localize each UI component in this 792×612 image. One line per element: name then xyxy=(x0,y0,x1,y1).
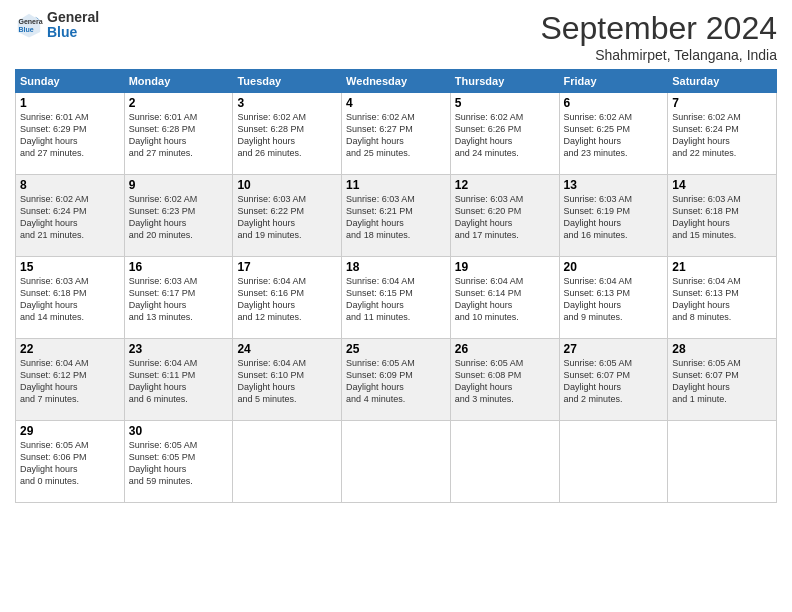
day-info: Sunrise: 6:04 AMSunset: 6:10 PMDaylight … xyxy=(237,357,337,406)
day-info: Sunrise: 6:04 AMSunset: 6:13 PMDaylight … xyxy=(564,275,664,324)
day-info: Sunrise: 6:05 AMSunset: 6:05 PMDaylight … xyxy=(129,439,229,488)
logo: General Blue General Blue xyxy=(15,10,99,41)
table-row: 2Sunrise: 6:01 AMSunset: 6:28 PMDaylight… xyxy=(124,93,233,175)
day-number: 4 xyxy=(346,96,446,110)
table-row: 13Sunrise: 6:03 AMSunset: 6:19 PMDayligh… xyxy=(559,175,668,257)
table-row: 11Sunrise: 6:03 AMSunset: 6:21 PMDayligh… xyxy=(342,175,451,257)
day-number: 9 xyxy=(129,178,229,192)
col-tuesday: Tuesday xyxy=(233,70,342,93)
logo-general: General xyxy=(47,10,99,25)
day-info: Sunrise: 6:04 AMSunset: 6:16 PMDaylight … xyxy=(237,275,337,324)
table-row: 9Sunrise: 6:02 AMSunset: 6:23 PMDaylight… xyxy=(124,175,233,257)
day-number: 3 xyxy=(237,96,337,110)
logo-icon: General Blue xyxy=(15,11,43,39)
day-number: 8 xyxy=(20,178,120,192)
day-info: Sunrise: 6:04 AMSunset: 6:11 PMDaylight … xyxy=(129,357,229,406)
table-row: 22Sunrise: 6:04 AMSunset: 6:12 PMDayligh… xyxy=(16,339,125,421)
day-number: 14 xyxy=(672,178,772,192)
header-row: Sunday Monday Tuesday Wednesday Thursday… xyxy=(16,70,777,93)
table-row: 19Sunrise: 6:04 AMSunset: 6:14 PMDayligh… xyxy=(450,257,559,339)
table-row: 16Sunrise: 6:03 AMSunset: 6:17 PMDayligh… xyxy=(124,257,233,339)
table-row: 20Sunrise: 6:04 AMSunset: 6:13 PMDayligh… xyxy=(559,257,668,339)
header: General Blue General Blue September 2024… xyxy=(15,10,777,63)
table-row: 7Sunrise: 6:02 AMSunset: 6:24 PMDaylight… xyxy=(668,93,777,175)
day-info: Sunrise: 6:03 AMSunset: 6:21 PMDaylight … xyxy=(346,193,446,242)
day-number: 18 xyxy=(346,260,446,274)
col-wednesday: Wednesday xyxy=(342,70,451,93)
table-row: 1Sunrise: 6:01 AMSunset: 6:29 PMDaylight… xyxy=(16,93,125,175)
day-number: 27 xyxy=(564,342,664,356)
day-number: 19 xyxy=(455,260,555,274)
day-info: Sunrise: 6:03 AMSunset: 6:17 PMDaylight … xyxy=(129,275,229,324)
table-row: 17Sunrise: 6:04 AMSunset: 6:16 PMDayligh… xyxy=(233,257,342,339)
table-row xyxy=(342,421,451,503)
day-info: Sunrise: 6:04 AMSunset: 6:14 PMDaylight … xyxy=(455,275,555,324)
day-info: Sunrise: 6:02 AMSunset: 6:23 PMDaylight … xyxy=(129,193,229,242)
day-number: 11 xyxy=(346,178,446,192)
table-row: 24Sunrise: 6:04 AMSunset: 6:10 PMDayligh… xyxy=(233,339,342,421)
day-number: 7 xyxy=(672,96,772,110)
day-number: 2 xyxy=(129,96,229,110)
day-info: Sunrise: 6:02 AMSunset: 6:27 PMDaylight … xyxy=(346,111,446,160)
week-row-3: 15Sunrise: 6:03 AMSunset: 6:18 PMDayligh… xyxy=(16,257,777,339)
col-friday: Friday xyxy=(559,70,668,93)
day-info: Sunrise: 6:05 AMSunset: 6:06 PMDaylight … xyxy=(20,439,120,488)
col-sunday: Sunday xyxy=(16,70,125,93)
day-info: Sunrise: 6:04 AMSunset: 6:12 PMDaylight … xyxy=(20,357,120,406)
day-info: Sunrise: 6:05 AMSunset: 6:07 PMDaylight … xyxy=(672,357,772,406)
table-row: 10Sunrise: 6:03 AMSunset: 6:22 PMDayligh… xyxy=(233,175,342,257)
table-row xyxy=(668,421,777,503)
day-info: Sunrise: 6:03 AMSunset: 6:18 PMDaylight … xyxy=(20,275,120,324)
col-monday: Monday xyxy=(124,70,233,93)
table-row: 12Sunrise: 6:03 AMSunset: 6:20 PMDayligh… xyxy=(450,175,559,257)
day-info: Sunrise: 6:03 AMSunset: 6:22 PMDaylight … xyxy=(237,193,337,242)
day-number: 26 xyxy=(455,342,555,356)
svg-text:Blue: Blue xyxy=(19,26,34,33)
table-row: 27Sunrise: 6:05 AMSunset: 6:07 PMDayligh… xyxy=(559,339,668,421)
day-number: 16 xyxy=(129,260,229,274)
week-row-2: 8Sunrise: 6:02 AMSunset: 6:24 PMDaylight… xyxy=(16,175,777,257)
table-row: 5Sunrise: 6:02 AMSunset: 6:26 PMDaylight… xyxy=(450,93,559,175)
day-info: Sunrise: 6:05 AMSunset: 6:08 PMDaylight … xyxy=(455,357,555,406)
day-info: Sunrise: 6:02 AMSunset: 6:26 PMDaylight … xyxy=(455,111,555,160)
day-number: 22 xyxy=(20,342,120,356)
day-number: 10 xyxy=(237,178,337,192)
day-number: 1 xyxy=(20,96,120,110)
day-number: 25 xyxy=(346,342,446,356)
month-title: September 2024 xyxy=(540,10,777,47)
page: General Blue General Blue September 2024… xyxy=(0,0,792,612)
day-number: 17 xyxy=(237,260,337,274)
table-row xyxy=(233,421,342,503)
table-row: 28Sunrise: 6:05 AMSunset: 6:07 PMDayligh… xyxy=(668,339,777,421)
day-number: 23 xyxy=(129,342,229,356)
table-row: 18Sunrise: 6:04 AMSunset: 6:15 PMDayligh… xyxy=(342,257,451,339)
table-row: 26Sunrise: 6:05 AMSunset: 6:08 PMDayligh… xyxy=(450,339,559,421)
week-row-4: 22Sunrise: 6:04 AMSunset: 6:12 PMDayligh… xyxy=(16,339,777,421)
table-row: 6Sunrise: 6:02 AMSunset: 6:25 PMDaylight… xyxy=(559,93,668,175)
week-row-5: 29Sunrise: 6:05 AMSunset: 6:06 PMDayligh… xyxy=(16,421,777,503)
day-info: Sunrise: 6:02 AMSunset: 6:24 PMDaylight … xyxy=(20,193,120,242)
table-row: 25Sunrise: 6:05 AMSunset: 6:09 PMDayligh… xyxy=(342,339,451,421)
svg-text:General: General xyxy=(19,18,44,25)
day-info: Sunrise: 6:03 AMSunset: 6:19 PMDaylight … xyxy=(564,193,664,242)
day-info: Sunrise: 6:01 AMSunset: 6:28 PMDaylight … xyxy=(129,111,229,160)
table-row: 29Sunrise: 6:05 AMSunset: 6:06 PMDayligh… xyxy=(16,421,125,503)
day-info: Sunrise: 6:04 AMSunset: 6:13 PMDaylight … xyxy=(672,275,772,324)
day-info: Sunrise: 6:02 AMSunset: 6:24 PMDaylight … xyxy=(672,111,772,160)
col-thursday: Thursday xyxy=(450,70,559,93)
day-number: 29 xyxy=(20,424,120,438)
day-number: 30 xyxy=(129,424,229,438)
table-row: 23Sunrise: 6:04 AMSunset: 6:11 PMDayligh… xyxy=(124,339,233,421)
day-number: 28 xyxy=(672,342,772,356)
day-info: Sunrise: 6:04 AMSunset: 6:15 PMDaylight … xyxy=(346,275,446,324)
table-row: 3Sunrise: 6:02 AMSunset: 6:28 PMDaylight… xyxy=(233,93,342,175)
day-info: Sunrise: 6:03 AMSunset: 6:20 PMDaylight … xyxy=(455,193,555,242)
table-row: 14Sunrise: 6:03 AMSunset: 6:18 PMDayligh… xyxy=(668,175,777,257)
day-info: Sunrise: 6:03 AMSunset: 6:18 PMDaylight … xyxy=(672,193,772,242)
day-number: 24 xyxy=(237,342,337,356)
day-number: 20 xyxy=(564,260,664,274)
table-row: 15Sunrise: 6:03 AMSunset: 6:18 PMDayligh… xyxy=(16,257,125,339)
day-info: Sunrise: 6:02 AMSunset: 6:25 PMDaylight … xyxy=(564,111,664,160)
day-info: Sunrise: 6:05 AMSunset: 6:09 PMDaylight … xyxy=(346,357,446,406)
table-row xyxy=(559,421,668,503)
